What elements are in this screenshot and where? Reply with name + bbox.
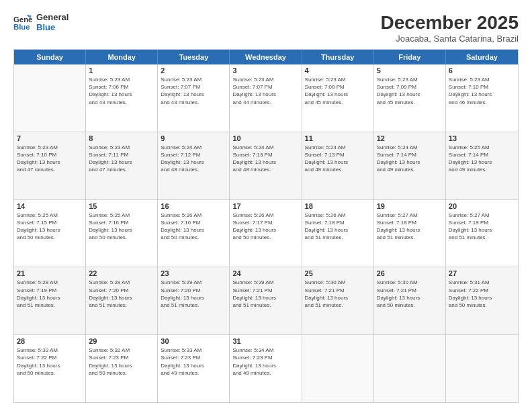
calendar-cell: 21Sunrise: 5:28 AM Sunset: 7:19 PM Dayli… bbox=[14, 267, 86, 334]
calendar-cell: 6Sunrise: 5:23 AM Sunset: 7:10 PM Daylig… bbox=[446, 64, 518, 132]
calendar-cell: 24Sunrise: 5:29 AM Sunset: 7:21 PM Dayli… bbox=[230, 267, 302, 334]
page: General Blue General Blue December 2025 … bbox=[0, 0, 532, 411]
day-info: Sunrise: 5:26 AM Sunset: 7:16 PM Dayligh… bbox=[161, 212, 226, 242]
day-info: Sunrise: 5:23 AM Sunset: 7:10 PM Dayligh… bbox=[449, 76, 515, 106]
day-number: 22 bbox=[89, 269, 154, 277]
day-number: 3 bbox=[232, 66, 298, 75]
day-info: Sunrise: 5:23 AM Sunset: 7:10 PM Dayligh… bbox=[17, 144, 83, 174]
day-info: Sunrise: 5:23 AM Sunset: 7:09 PM Dayligh… bbox=[377, 76, 443, 106]
logo: General Blue General Blue bbox=[13, 12, 69, 32]
day-number: 16 bbox=[161, 202, 226, 210]
calendar-week-2: 7Sunrise: 5:23 AM Sunset: 7:10 PM Daylig… bbox=[14, 132, 518, 200]
header: General Blue General Blue December 2025 … bbox=[13, 12, 519, 44]
calendar-week-1: 1Sunrise: 5:23 AM Sunset: 7:06 PM Daylig… bbox=[14, 64, 518, 132]
calendar-cell: 3Sunrise: 5:23 AM Sunset: 7:07 PM Daylig… bbox=[230, 64, 302, 132]
day-info: Sunrise: 5:34 AM Sunset: 7:23 PM Dayligh… bbox=[232, 347, 298, 377]
day-info: Sunrise: 5:25 AM Sunset: 7:16 PM Dayligh… bbox=[89, 212, 154, 242]
day-info: Sunrise: 5:29 AM Sunset: 7:21 PM Dayligh… bbox=[232, 279, 298, 309]
subtitle: Joacaba, Santa Catarina, Brazil bbox=[381, 34, 519, 44]
main-title: December 2025 bbox=[381, 12, 519, 34]
calendar-cell: 23Sunrise: 5:29 AM Sunset: 7:20 PM Dayli… bbox=[158, 267, 230, 334]
day-number: 13 bbox=[449, 134, 515, 142]
calendar-cell: 27Sunrise: 5:31 AM Sunset: 7:22 PM Dayli… bbox=[446, 267, 518, 334]
day-number: 1 bbox=[89, 66, 154, 75]
calendar-cell: 18Sunrise: 5:26 AM Sunset: 7:18 PM Dayli… bbox=[302, 200, 374, 267]
calendar-header: SundayMondayTuesdayWednesdayThursdayFrid… bbox=[14, 50, 518, 64]
day-number: 24 bbox=[232, 269, 298, 277]
calendar-week-3: 14Sunrise: 5:25 AM Sunset: 7:15 PM Dayli… bbox=[14, 200, 518, 268]
day-info: Sunrise: 5:23 AM Sunset: 7:08 PM Dayligh… bbox=[305, 76, 371, 106]
calendar-cell bbox=[14, 64, 86, 132]
calendar-cell: 25Sunrise: 5:30 AM Sunset: 7:21 PM Dayli… bbox=[302, 267, 374, 334]
day-number: 31 bbox=[232, 337, 298, 345]
day-info: Sunrise: 5:28 AM Sunset: 7:20 PM Dayligh… bbox=[89, 279, 154, 309]
day-number: 2 bbox=[161, 66, 226, 75]
day-number: 12 bbox=[377, 134, 443, 142]
calendar-cell: 11Sunrise: 5:24 AM Sunset: 7:13 PM Dayli… bbox=[302, 132, 374, 199]
day-number: 5 bbox=[377, 66, 443, 75]
day-number: 18 bbox=[305, 202, 371, 210]
day-number: 4 bbox=[305, 66, 371, 75]
day-info: Sunrise: 5:32 AM Sunset: 7:23 PM Dayligh… bbox=[89, 347, 154, 377]
calendar-cell: 17Sunrise: 5:26 AM Sunset: 7:17 PM Dayli… bbox=[230, 200, 302, 267]
weekday-header-friday: Friday bbox=[374, 50, 446, 64]
calendar: SundayMondayTuesdayWednesdayThursdayFrid… bbox=[13, 49, 519, 403]
day-number: 23 bbox=[161, 269, 226, 277]
day-info: Sunrise: 5:30 AM Sunset: 7:21 PM Dayligh… bbox=[305, 279, 371, 309]
day-info: Sunrise: 5:26 AM Sunset: 7:17 PM Dayligh… bbox=[232, 212, 298, 242]
day-info: Sunrise: 5:32 AM Sunset: 7:22 PM Dayligh… bbox=[17, 347, 83, 377]
calendar-cell: 2Sunrise: 5:23 AM Sunset: 7:07 PM Daylig… bbox=[158, 64, 230, 132]
day-number: 7 bbox=[17, 134, 83, 142]
day-number: 10 bbox=[232, 134, 298, 142]
day-info: Sunrise: 5:24 AM Sunset: 7:14 PM Dayligh… bbox=[377, 144, 443, 174]
day-info: Sunrise: 5:30 AM Sunset: 7:21 PM Dayligh… bbox=[377, 279, 443, 309]
calendar-cell: 22Sunrise: 5:28 AM Sunset: 7:20 PM Dayli… bbox=[86, 267, 158, 334]
weekday-header-thursday: Thursday bbox=[302, 50, 374, 64]
day-info: Sunrise: 5:26 AM Sunset: 7:18 PM Dayligh… bbox=[305, 212, 371, 242]
day-info: Sunrise: 5:25 AM Sunset: 7:14 PM Dayligh… bbox=[449, 144, 515, 174]
weekday-header-sunday: Sunday bbox=[14, 50, 86, 64]
calendar-cell: 30Sunrise: 5:33 AM Sunset: 7:23 PM Dayli… bbox=[158, 335, 230, 402]
day-number: 14 bbox=[17, 202, 83, 210]
day-info: Sunrise: 5:27 AM Sunset: 7:18 PM Dayligh… bbox=[377, 212, 443, 242]
weekday-header-wednesday: Wednesday bbox=[230, 50, 302, 64]
calendar-cell: 19Sunrise: 5:27 AM Sunset: 7:18 PM Dayli… bbox=[374, 200, 446, 267]
calendar-cell: 29Sunrise: 5:32 AM Sunset: 7:23 PM Dayli… bbox=[86, 335, 158, 402]
day-number: 6 bbox=[449, 66, 515, 75]
weekday-header-monday: Monday bbox=[86, 50, 158, 64]
calendar-cell: 12Sunrise: 5:24 AM Sunset: 7:14 PM Dayli… bbox=[374, 132, 446, 199]
day-info: Sunrise: 5:23 AM Sunset: 7:11 PM Dayligh… bbox=[89, 144, 154, 174]
day-info: Sunrise: 5:23 AM Sunset: 7:07 PM Dayligh… bbox=[232, 76, 298, 106]
day-number: 8 bbox=[89, 134, 154, 142]
day-number: 20 bbox=[449, 202, 515, 210]
day-info: Sunrise: 5:28 AM Sunset: 7:19 PM Dayligh… bbox=[17, 279, 83, 309]
day-info: Sunrise: 5:33 AM Sunset: 7:23 PM Dayligh… bbox=[161, 347, 226, 377]
calendar-cell: 14Sunrise: 5:25 AM Sunset: 7:15 PM Dayli… bbox=[14, 200, 86, 267]
day-number: 19 bbox=[377, 202, 443, 210]
day-info: Sunrise: 5:25 AM Sunset: 7:15 PM Dayligh… bbox=[17, 212, 83, 242]
day-number: 15 bbox=[89, 202, 154, 210]
day-number: 30 bbox=[161, 337, 226, 345]
day-info: Sunrise: 5:27 AM Sunset: 7:19 PM Dayligh… bbox=[449, 212, 515, 242]
calendar-cell: 4Sunrise: 5:23 AM Sunset: 7:08 PM Daylig… bbox=[302, 64, 374, 132]
calendar-cell: 5Sunrise: 5:23 AM Sunset: 7:09 PM Daylig… bbox=[374, 64, 446, 132]
calendar-week-4: 21Sunrise: 5:28 AM Sunset: 7:19 PM Dayli… bbox=[14, 267, 518, 335]
calendar-cell: 20Sunrise: 5:27 AM Sunset: 7:19 PM Dayli… bbox=[446, 200, 518, 267]
calendar-body: 1Sunrise: 5:23 AM Sunset: 7:06 PM Daylig… bbox=[14, 64, 518, 402]
weekday-header-tuesday: Tuesday bbox=[158, 50, 230, 64]
calendar-cell: 10Sunrise: 5:24 AM Sunset: 7:13 PM Dayli… bbox=[230, 132, 302, 199]
logo-icon: General Blue bbox=[13, 13, 32, 32]
calendar-cell: 28Sunrise: 5:32 AM Sunset: 7:22 PM Dayli… bbox=[14, 335, 86, 402]
calendar-cell: 31Sunrise: 5:34 AM Sunset: 7:23 PM Dayli… bbox=[230, 335, 302, 402]
calendar-cell: 8Sunrise: 5:23 AM Sunset: 7:11 PM Daylig… bbox=[86, 132, 158, 199]
day-info: Sunrise: 5:23 AM Sunset: 7:06 PM Dayligh… bbox=[89, 76, 154, 106]
day-info: Sunrise: 5:23 AM Sunset: 7:07 PM Dayligh… bbox=[161, 76, 226, 106]
calendar-cell: 26Sunrise: 5:30 AM Sunset: 7:21 PM Dayli… bbox=[374, 267, 446, 334]
day-info: Sunrise: 5:24 AM Sunset: 7:12 PM Dayligh… bbox=[161, 144, 226, 174]
day-number: 29 bbox=[89, 337, 154, 345]
day-number: 17 bbox=[232, 202, 298, 210]
logo-line2: Blue bbox=[36, 22, 69, 32]
calendar-cell bbox=[374, 335, 446, 402]
calendar-week-5: 28Sunrise: 5:32 AM Sunset: 7:22 PM Dayli… bbox=[14, 335, 518, 402]
calendar-cell: 7Sunrise: 5:23 AM Sunset: 7:10 PM Daylig… bbox=[14, 132, 86, 199]
